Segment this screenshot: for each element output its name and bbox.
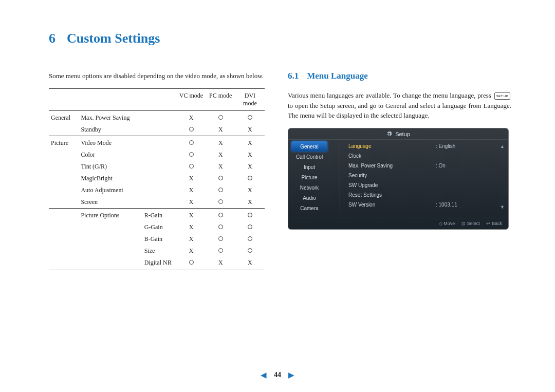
table-cell-mark: X bbox=[176, 184, 206, 196]
table-category-cell bbox=[49, 245, 79, 257]
table-cell-mark bbox=[206, 196, 235, 209]
table-item-cell: Color bbox=[79, 149, 142, 161]
table-row: MagicBrightX bbox=[49, 173, 265, 184]
chapter-heading: 6Custom Settings bbox=[49, 31, 519, 46]
osd-row-label: Reset Settings bbox=[348, 192, 436, 198]
table-item-cell: Standby bbox=[79, 124, 142, 136]
table-cell-mark bbox=[176, 161, 206, 173]
table-cell-mark: X bbox=[235, 184, 265, 196]
chapter-number: 6 bbox=[49, 31, 55, 46]
table-row: Tint (G/R)XX bbox=[49, 161, 265, 173]
table-cell-mark bbox=[176, 124, 206, 136]
osd-row-label: Security bbox=[348, 173, 436, 178]
chapter-title: Custom Settings bbox=[67, 31, 160, 46]
osd-main-row: Max. Power Saving: On bbox=[348, 161, 507, 171]
page-navigation: ◀ 44 ▶ bbox=[0, 370, 555, 380]
table-category-cell bbox=[49, 124, 79, 136]
table-cell-mark bbox=[176, 149, 206, 161]
table-cell-mark bbox=[235, 245, 265, 257]
table-category-cell bbox=[49, 257, 79, 270]
osd-scrollbar: ▲▼ bbox=[500, 144, 505, 210]
left-intro-paragraph: Some menu options are disabled depending… bbox=[49, 71, 265, 81]
table-category-cell bbox=[49, 208, 79, 221]
table-cell-mark bbox=[235, 233, 265, 245]
table-subitem-cell bbox=[142, 196, 177, 209]
table-category-cell bbox=[49, 221, 79, 233]
table-item-cell bbox=[79, 221, 142, 233]
table-category-cell: General bbox=[49, 110, 79, 124]
table-category-cell bbox=[49, 161, 79, 173]
table-subitem-cell: G-Gain bbox=[142, 221, 177, 233]
table-item-cell: Max. Power Saving bbox=[79, 110, 142, 124]
table-cell-mark: X bbox=[235, 124, 265, 136]
table-cell-mark bbox=[206, 110, 235, 124]
osd-side-item: Picture bbox=[291, 172, 327, 182]
table-row: ScreenXX bbox=[49, 196, 265, 209]
table-col-dvi: DVI mode bbox=[235, 88, 265, 110]
osd-row-label: SW Version bbox=[348, 202, 436, 208]
next-page-arrow[interactable]: ▶ bbox=[288, 370, 294, 380]
table-cell-mark: X bbox=[176, 233, 206, 245]
osd-row-label: Max. Power Saving bbox=[348, 163, 436, 169]
table-cell-mark bbox=[206, 184, 235, 196]
table-item-cell bbox=[79, 245, 142, 257]
osd-side-item: Camera bbox=[291, 203, 327, 213]
table-subitem-cell bbox=[142, 110, 177, 124]
table-row: Picture OptionsR-GainX bbox=[49, 208, 265, 221]
table-subitem-cell bbox=[142, 161, 177, 173]
table-cell-mark bbox=[206, 208, 235, 221]
table-row: Digital NRXX bbox=[49, 257, 265, 270]
modes-table: VC mode PC mode DVI mode GeneralMax. Pow… bbox=[49, 88, 265, 270]
osd-row-value: : English bbox=[436, 143, 455, 149]
osd-side-item: Network bbox=[291, 182, 327, 193]
osd-titlebar: Setup bbox=[288, 128, 508, 140]
table-cell-mark: X bbox=[206, 257, 235, 270]
table-item-cell: Auto Adjustment bbox=[79, 184, 142, 196]
table-category-cell: Picture bbox=[49, 136, 79, 149]
section-number: 6.1 bbox=[288, 71, 299, 81]
osd-side-item: General bbox=[291, 141, 327, 152]
right-paragraph: Various menu languages are available. To… bbox=[288, 90, 511, 121]
table-item-cell bbox=[79, 257, 142, 270]
table-row: GeneralMax. Power SavingX bbox=[49, 110, 265, 124]
table-category-cell bbox=[49, 233, 79, 245]
table-cell-mark: X bbox=[235, 196, 265, 209]
osd-screenshot: Setup GeneralCall ControlInputPictureNet… bbox=[288, 128, 509, 230]
table-row: B-GainX bbox=[49, 233, 265, 245]
table-row: Auto AdjustmentXX bbox=[49, 184, 265, 196]
osd-main-row: Security bbox=[348, 171, 507, 180]
table-row: ColorXX bbox=[49, 149, 265, 161]
table-cell-mark: X bbox=[176, 110, 206, 124]
table-category-cell bbox=[49, 149, 79, 161]
table-item-cell: Screen bbox=[79, 196, 142, 209]
table-item-cell: Picture Options bbox=[79, 208, 142, 221]
osd-row-label: Clock bbox=[348, 153, 436, 159]
osd-main-row: Language: English bbox=[348, 141, 507, 151]
osd-row-value: : 1003.11 bbox=[436, 202, 457, 208]
osd-row-label: SW Upgrade bbox=[348, 182, 436, 188]
page-number: 44 bbox=[274, 371, 281, 379]
table-cell-mark bbox=[206, 173, 235, 184]
table-item-cell: Video Mode bbox=[79, 136, 142, 149]
osd-side-item: Call Control bbox=[291, 152, 327, 162]
table-subitem-cell bbox=[142, 124, 177, 136]
osd-footer-hints: ◇ Move ⊡ Select ↩ Back bbox=[288, 218, 508, 229]
osd-row-label: Language bbox=[348, 143, 436, 149]
table-cell-mark bbox=[206, 245, 235, 257]
table-cell-mark: X bbox=[206, 149, 235, 161]
table-cell-mark: X bbox=[235, 149, 265, 161]
table-cell-mark bbox=[206, 221, 235, 233]
table-subitem-cell: R-Gain bbox=[142, 208, 177, 221]
osd-side-item: Audio bbox=[291, 193, 327, 203]
table-row: G-GainX bbox=[49, 221, 265, 233]
table-subitem-cell: B-Gain bbox=[142, 233, 177, 245]
table-cell-mark: X bbox=[206, 161, 235, 173]
table-subitem-cell bbox=[142, 149, 177, 161]
table-cell-mark bbox=[235, 221, 265, 233]
table-cell-mark bbox=[235, 208, 265, 221]
table-cell-mark: X bbox=[176, 173, 206, 184]
prev-page-arrow[interactable]: ◀ bbox=[261, 370, 267, 380]
table-cell-mark bbox=[206, 233, 235, 245]
table-row: StandbyXX bbox=[49, 124, 265, 136]
table-cell-mark: X bbox=[176, 221, 206, 233]
